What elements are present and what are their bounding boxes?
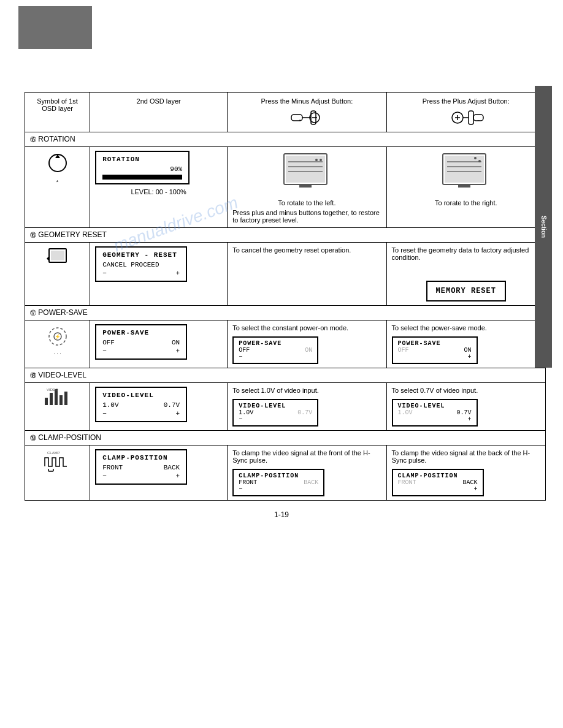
section-15-plus: To rorate to the right.: [386, 147, 545, 228]
clamp-position-icon: CLAMP: [44, 449, 71, 474]
video-level-1v: 1.0V: [102, 401, 118, 409]
clamp-pos-back-label: BACK: [164, 464, 180, 471]
video-level-minus-desc: To select 1.0V of video input.: [232, 387, 381, 394]
video-level-07v: 0.7V: [164, 401, 180, 409]
svg-point-20: [315, 159, 318, 161]
page-number: 1-19: [12, 510, 551, 519]
power-save-icon: ⚡: [45, 324, 70, 349]
section-18-symbol: VIDEO: [25, 383, 90, 431]
plus-hand-icon: −: [448, 108, 484, 127]
svg-marker-32: [47, 256, 49, 261]
section-18-row: VIDEO VIDEO-LEVEL 1.0V 0.7V − +: [25, 383, 546, 431]
rotation-level-text: LEVEL: 00 - 100%: [95, 188, 222, 195]
section-16-symbol: [25, 243, 90, 306]
clamp-pos-plus-desc: To clamp the video signal at the back of…: [392, 449, 540, 464]
power-save-on-label: ON: [172, 339, 180, 346]
side-bar: Section: [535, 86, 552, 368]
section-16-header: ⑯ GEOMETRY RESET: [25, 228, 546, 243]
clamp-pos-minus-osd: CLAMP-POSITION FRONT BACK −: [232, 469, 324, 496]
svg-point-21: [320, 159, 322, 161]
plus-btn-area: −: [392, 108, 540, 127]
rotation-minus-desc: To rotate to the left.: [232, 199, 381, 207]
svg-rect-15: [286, 156, 325, 183]
section-18-header: ⑱ VIDEO-LEVEL: [25, 368, 546, 383]
geometry-osd-box: GEOMETRY - RESET CANCEL PROCEED − +: [95, 246, 187, 282]
svg-text:⚡: ⚡: [55, 333, 61, 339]
svg-rect-10: [469, 111, 473, 124]
section-19-row: CLAMP CLAMP-POSITION FRONT BACK − +: [25, 446, 546, 501]
section-18-osd: VIDEO-LEVEL 1.0V 0.7V − +: [90, 383, 228, 431]
rotation-osd-bar: [102, 175, 182, 180]
section-15-title: ROTATION: [38, 135, 75, 143]
section-16-row: GEOMETRY - RESET CANCEL PROCEED − + To c…: [25, 243, 546, 306]
section-16-minus: To cancel the geometry reset operation.: [228, 243, 386, 306]
clamp-pos-osd-box: CLAMP-POSITION FRONT BACK − +: [95, 449, 187, 485]
geometry-osd-values: CANCEL PROCEED: [102, 261, 180, 268]
section-17-header: ⑰ POWER-SAVE: [25, 306, 546, 320]
svg-text:CLAMP: CLAMP: [47, 451, 60, 455]
svg-point-29: [478, 160, 481, 162]
clamp-pos-plus-osd: CLAMP-POSITION FRONT BACK +: [392, 469, 484, 496]
power-save-osd-title: POWER-SAVE: [102, 329, 180, 336]
section-17-row: ⚡ · · · POWER-SAVE OFF ON − +: [25, 320, 546, 368]
rotation-minus-monitor: [232, 151, 381, 195]
geometry-plus-desc: To reset the geometry data to factory ad…: [392, 246, 540, 261]
geometry-minus-desc: To cancel the geometry reset operation.: [232, 246, 381, 254]
section-19-minus: To clamp the video signal at the front o…: [228, 446, 386, 501]
section-18-plus: To select 0.7V of video input. VIDEO-LEV…: [386, 383, 545, 431]
section-19-osd: CLAMP-POSITION FRONT BACK − +: [90, 446, 228, 501]
svg-rect-40: [64, 392, 67, 405]
clamp-pos-front-label: FRONT: [102, 464, 123, 471]
svg-rect-23: [445, 156, 484, 183]
section-15-osd: ROTATION 90% LEVEL: 00 - 100%: [90, 147, 228, 228]
video-level-osd-title: VIDEO-LEVEL: [102, 392, 180, 399]
geometry-signs: − +: [102, 270, 180, 277]
geometry-osd-title: GEOMETRY - RESET: [102, 251, 180, 259]
section-16-plus: To reset the geometry data to factory ad…: [386, 243, 545, 306]
video-level-plus-desc: To select 0.7V of video input.: [392, 387, 540, 394]
video-level-plus-osd: VIDEO-LEVEL 1.0V 0.7V +: [392, 399, 478, 427]
section-17-title: POWER-SAVE: [38, 308, 87, 317]
clamp-pos-osd-values: FRONT BACK: [102, 464, 180, 471]
section-18-title: VIDEO-LEVEL: [38, 371, 86, 379]
header-row: Symbol of 1st OSD layer 2nd OSD layer Pr…: [25, 93, 546, 132]
geometry-reset-icon: [45, 246, 70, 268]
svg-rect-39: [59, 395, 63, 405]
rotation-osd-value: 90%: [170, 165, 182, 173]
svg-rect-37: [50, 393, 53, 405]
power-save-plus-osd: POWER-SAVE OFF ON +: [392, 336, 478, 364]
header-col3: Press the Minus Adjust Button: +: [228, 93, 386, 132]
svg-text:+: +: [299, 118, 301, 123]
power-save-off-label: OFF: [102, 339, 115, 346]
svg-rect-27: [458, 184, 470, 188]
section-19-title: CLAMP-POSITION: [38, 433, 101, 442]
minus-btn-area: +: [232, 108, 381, 127]
section-17-minus: To select the constant power-on mode. PO…: [228, 320, 386, 368]
page-container: Section manualdrive.com Symbol of 1st OS…: [0, 0, 563, 728]
header-plus-title: Press the Plus Adjust Button:: [392, 97, 540, 105]
minus-hand-icon: +: [290, 108, 324, 127]
clamp-pos-minus-desc: To clamp the video signal at the front o…: [232, 449, 381, 464]
power-save-minus-desc: To select the constant power-on mode.: [232, 324, 381, 332]
rotation-symbol-icon: [45, 151, 70, 175]
power-save-osd-box: POWER-SAVE OFF ON − +: [95, 324, 187, 360]
rotation-plus-desc: To rorate to the right.: [392, 199, 540, 207]
power-save-osd-values: OFF ON: [102, 339, 180, 346]
video-level-minus-osd: VIDEO-LEVEL 1.0V 0.7V −: [232, 399, 318, 427]
section-19-header: ⑲ CLAMP-POSITION: [25, 431, 546, 446]
header-col4: Press the Plus Adjust Button:: [386, 93, 545, 132]
section-17-plus: To select the power-save mode. POWER-SAV…: [386, 320, 545, 368]
section-16-title: GEOMETRY RESET: [38, 230, 107, 239]
monitor-left-icon: [281, 151, 333, 194]
svg-rect-19: [299, 184, 312, 188]
power-save-plus-desc: To select the power-save mode.: [392, 324, 540, 332]
section-17-symbol: ⚡ · · ·: [25, 320, 90, 368]
main-table: Symbol of 1st OSD layer 2nd OSD layer Pr…: [25, 92, 546, 501]
rotation-osd-title: ROTATION: [102, 156, 182, 163]
rotation-plus-monitor: [392, 151, 540, 195]
section-15-symbol: *: [25, 147, 90, 228]
header-col2: 2nd OSD layer: [90, 93, 228, 132]
logo-area: [18, 6, 92, 49]
svg-text:−: −: [477, 118, 480, 123]
section-17-osd: POWER-SAVE OFF ON − +: [90, 320, 228, 368]
